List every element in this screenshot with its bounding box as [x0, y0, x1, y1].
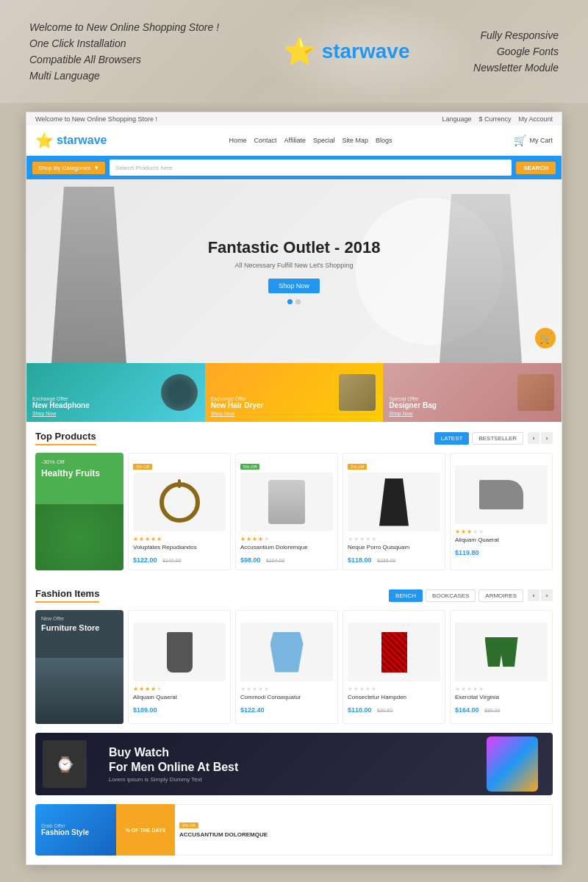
tab-bench[interactable]: BENCH [389, 589, 423, 602]
tab-bookcases[interactable]: BOOKCASES [426, 589, 476, 602]
product-name-4: Aliquam Quaerat [455, 537, 548, 543]
prev-arrow[interactable]: ‹ [528, 432, 539, 444]
fashion-items-section: Fashion Items BENCH BOOKCASES ARMOIRES ‹… [26, 579, 562, 733]
search-input[interactable]: Search Products here [110, 159, 512, 176]
language-selector[interactable]: Language [442, 115, 471, 123]
star: ★ [371, 686, 376, 692]
star: ★ [365, 686, 370, 692]
star: ★ [264, 536, 269, 542]
banner-title: Fantastic Outlet - 2018 [208, 238, 381, 257]
top-products-controls: LATEST BESTSELLER ‹ › [434, 432, 553, 445]
dot-1[interactable] [287, 299, 293, 304]
star: ★ [258, 536, 263, 542]
cart-label: My Cart [529, 137, 553, 144]
product-card-2[interactable]: 5% Off ★★★★★ Accusantium Doloremque $98.… [235, 453, 338, 570]
bottom-card-label: Grab Offer [41, 823, 110, 828]
nav-logo[interactable]: ⭐ starwave [35, 132, 107, 149]
fashion-pricing-1: $109.00 [133, 702, 226, 715]
product-card-4[interactable]: ★★★★★ Aliquam Quaerat $119.80 [450, 453, 553, 570]
promo-cards: Exchange Offer New Headphone Shop Now Ex… [26, 363, 562, 422]
bottom-card-fashion[interactable]: Grab Offer Fashion Style [35, 804, 116, 856]
fashion-old-price-3: $30.60 [377, 708, 392, 713]
fashion-featured-title: Furniture Store [41, 623, 118, 632]
dot-2[interactable] [295, 299, 301, 304]
nav-special[interactable]: Special [313, 137, 335, 144]
headphone-image [161, 374, 198, 411]
promo-card-bag[interactable]: Special Offer Designer Bag Shop Now [383, 363, 562, 422]
watch-banner-content: Buy Watch For Men Online At Best Lorem i… [109, 745, 238, 782]
fashion-stars-2: ★★★★★ [240, 686, 333, 692]
star: ★ [246, 536, 251, 542]
dropdown-icon: ▼ [93, 165, 99, 171]
nav-blogs[interactable]: Blogs [376, 137, 392, 144]
cart-float-icon[interactable]: 🛒 [535, 328, 556, 348]
promo-card-dryer[interactable]: Exchange Offer New Hair Dryer Shop Now [205, 363, 384, 422]
currency-selector[interactable]: $ Currency [478, 115, 511, 123]
product-card-3[interactable]: 2% Off ★★★★★ Neque Porro Quisquam $118.0… [343, 453, 445, 570]
bottom-card-offer[interactable]: % OF THE DAYS [116, 804, 175, 856]
featured-badge: -30% Off [41, 459, 118, 465]
product-old-price-2: $104.00 [266, 558, 284, 563]
star: ★ [151, 686, 156, 692]
star-icon: ⭐ [283, 36, 316, 67]
product-badge-1: 3% Off [133, 464, 152, 470]
promo-link-3[interactable]: Shop Now [389, 411, 556, 416]
welcome-text: Welcome to New Online Shopping Store ! [35, 115, 157, 123]
star: ★ [246, 686, 251, 692]
fashion-card-2[interactable]: ★★★★★ Commodi Consequatur $122.40 [235, 610, 338, 724]
promo-link-2[interactable]: Shop Now [211, 411, 378, 416]
tab-latest[interactable]: LATEST [434, 432, 470, 445]
fashion-card-4[interactable]: ★★★★★ Exercitat Virginia $164.00 $90.00 [450, 610, 553, 724]
product-card-1[interactable]: 3% Off ★★★★★ Voluptates Repudiandos $122… [128, 453, 231, 570]
account-selector[interactable]: My Account [518, 115, 553, 123]
watch-banner[interactable]: ⌚ Buy Watch For Men Online At Best Lorem… [35, 733, 553, 795]
product-pricing-4: $119.80 [455, 545, 548, 558]
star: ★ [133, 536, 138, 542]
shop-now-button[interactable]: Shop Now [268, 279, 320, 293]
nav-star-icon: ⭐ [35, 132, 54, 149]
fashion-name-3: Consectetur Hampden [348, 694, 440, 700]
products-grid: -30% Off Healthy Fruits 3% Off ★★★★★ Vol… [35, 453, 553, 570]
top-products-header: Top Products LATEST BESTSELLER ‹ › [35, 431, 553, 445]
nav-affiliate[interactable]: Affiliate [284, 137, 306, 144]
bag-image [517, 374, 554, 411]
promo-card-headphone[interactable]: Exchange Offer New Headphone Shop Now [26, 363, 205, 422]
fashion-pricing-3: $110.00 $30.60 [348, 702, 440, 715]
nav-sitemap[interactable]: Site Map [342, 137, 368, 144]
fashion-stars-3: ★★★★★ [348, 686, 440, 692]
product-name-1: Voluptates Repudiandos [133, 544, 226, 551]
feature-installation: One Click Installation [29, 37, 219, 49]
bottom-preview: Grab Offer Fashion Style % OF THE DAYS 6… [35, 804, 553, 856]
tab-bestseller[interactable]: BESTSELLER [472, 432, 523, 445]
hero-left-features: Welcome to New Online Shopping Store ! O… [29, 21, 219, 82]
star: ★ [133, 686, 138, 692]
star: ★ [467, 528, 472, 535]
star: ★ [151, 536, 156, 542]
fashion-card-3[interactable]: ★★★★★ Consectetur Hampden $110.00 $30.60 [343, 610, 445, 724]
fashion-tabs: BENCH BOOKCASES ARMOIRES [389, 589, 523, 602]
fashion-next-arrow[interactable]: › [541, 589, 553, 601]
nav-contact[interactable]: Contact [254, 137, 277, 144]
product-name-2: Accusantium Doloremque [240, 544, 333, 551]
plaid-shape [381, 632, 407, 673]
tab-armoires[interactable]: ARMOIRES [478, 589, 523, 602]
featured-fashion[interactable]: New Offer Furniture Store [35, 610, 123, 724]
hero-right-features: Fully Responsive Google Fonts Newsletter… [473, 29, 559, 74]
bottom-product-name: ACCUSANTIUM DOLOREMQUE [179, 831, 548, 838]
fashion-card-1[interactable]: ★★★★★ Aliquam Quaerat $109.00 [128, 610, 231, 724]
bottom-product-card[interactable]: 6% Off ACCUSANTIUM DOLOREMQUE [175, 804, 553, 856]
shirt-shape [270, 632, 304, 673]
nav-home[interactable]: Home [229, 137, 247, 144]
shop-by-categories-button[interactable]: Shop By Categories ▼ [32, 162, 105, 174]
fashion-image-2 [240, 623, 333, 681]
next-arrow[interactable]: › [541, 432, 553, 444]
product-stars-3: ★★★★★ [348, 536, 440, 542]
featured-product[interactable]: -30% Off Healthy Fruits [35, 453, 123, 570]
spacer [240, 615, 333, 623]
search-button[interactable]: SEARCH [516, 162, 556, 174]
fashion-image-3 [348, 623, 440, 681]
banner-subtitle: All Necessary Fulfill New Let's Shopping [208, 262, 381, 269]
promo-link-1[interactable]: Shop Now [32, 411, 199, 416]
cart-button[interactable]: 🛒 My Cart [514, 135, 553, 146]
fashion-prev-arrow[interactable]: ‹ [528, 589, 539, 601]
